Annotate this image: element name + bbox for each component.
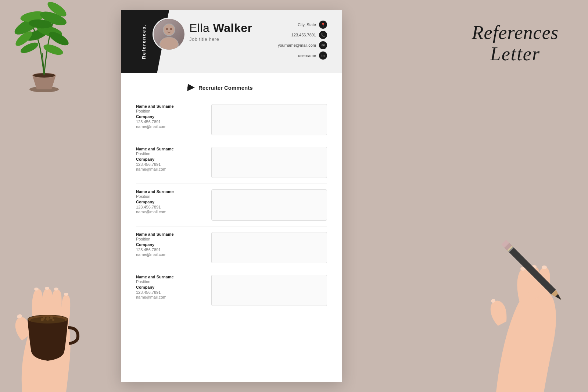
first-name: Ella (189, 21, 209, 35)
ref-info-5: Name and Surname Position Company 123.45… (136, 275, 204, 306)
svg-point-12 (42, 42, 64, 57)
recruiter-section-header: Recruiter Comments (187, 84, 327, 91)
phone-text: 123.456.7891 (291, 33, 316, 37)
header-section-label: References. (141, 24, 147, 59)
ref-email-1: name@mail.com (136, 124, 204, 129)
ref-info-1: Name and Surname Position Company 123.45… (136, 104, 204, 135)
ref-email-5: name@mail.com (136, 295, 204, 299)
references-list: Name and Surname Position Company 123.45… (136, 99, 327, 311)
svg-point-23 (34, 288, 39, 291)
full-name: Ella Walker (189, 21, 252, 35)
ref-position-1: Position (136, 109, 204, 113)
reference-entry-5: Name and Surname Position Company 123.45… (136, 269, 327, 311)
ref-comment-box-5[interactable] (211, 275, 327, 306)
ref-comment-box-3[interactable] (211, 189, 327, 221)
svg-point-41 (160, 37, 178, 51)
ref-info-2: Name and Surname Position Company 123.45… (136, 147, 204, 178)
resume-document: References. Ella Walker (121, 10, 342, 382)
svg-point-20 (43, 317, 45, 319)
ref-name-2: Name and Surname (136, 147, 204, 151)
ref-position-3: Position (136, 194, 204, 199)
ref-position-4: Position (136, 237, 204, 241)
username-text: username (298, 53, 316, 58)
phone-icon: 📞 (319, 31, 327, 39)
ref-company-5: Company (136, 285, 204, 289)
contact-email: yourname@mail.com ✉ (278, 41, 327, 49)
ref-name-3: Name and Surname (136, 189, 204, 194)
plant-decoration (0, 0, 99, 101)
ref-position-2: Position (136, 152, 204, 156)
svg-point-29 (542, 266, 547, 269)
svg-point-26 (64, 293, 68, 296)
last-name: Walker (213, 21, 252, 35)
ref-company-2: Company (136, 157, 204, 161)
recruiter-icon (187, 84, 195, 91)
ref-phone-4: 123.456.7891 (136, 247, 204, 252)
recruiter-title: Recruiter Comments (198, 85, 253, 91)
ref-company-4: Company (136, 242, 204, 247)
city-text: City, State (298, 22, 316, 27)
ref-comment-box-2[interactable] (211, 147, 327, 178)
document-body: Recruiter Comments Name and Surname Posi… (121, 73, 342, 322)
svg-point-19 (52, 319, 54, 321)
ref-name-4: Name and Surname (136, 232, 204, 236)
ref-company-1: Company (136, 114, 204, 119)
svg-point-40 (164, 24, 175, 35)
ref-comment-box-4[interactable] (211, 232, 327, 263)
ref-phone-1: 123.456.7891 (136, 120, 204, 124)
reference-entry-3: Name and Surname Position Company 123.45… (136, 184, 327, 227)
ref-phone-3: 123.456.7891 (136, 205, 204, 209)
email-text: yourname@mail.com (278, 43, 316, 47)
reference-entry-1: Name and Surname Position Company 123.45… (136, 99, 327, 141)
ref-name-1: Name and Surname (136, 104, 204, 108)
svg-point-17 (41, 318, 44, 321)
location-icon: 📍 (319, 21, 327, 29)
profile-photo (153, 18, 186, 51)
svg-point-18 (46, 317, 50, 321)
name-area: Ella Walker Job title here (189, 21, 252, 42)
hand-with-coffee (0, 227, 110, 392)
ref-company-3: Company (136, 200, 204, 204)
ref-phone-5: 123.456.7891 (136, 290, 204, 295)
contact-linkedin: username in (278, 51, 327, 60)
ref-comment-box-1[interactable] (211, 104, 327, 135)
job-title: Job title here (189, 36, 252, 42)
ref-position-5: Position (136, 279, 204, 284)
ref-name-5: Name and Surname (136, 275, 204, 279)
page-title-area: References Letter (472, 22, 559, 65)
ref-email-2: name@mail.com (136, 167, 204, 171)
reference-entry-2: Name and Surname Position Company 123.45… (136, 141, 327, 184)
ref-email-3: name@mail.com (136, 210, 204, 214)
linkedin-icon: in (319, 51, 327, 60)
svg-point-25 (54, 288, 58, 291)
title-references: References (472, 22, 559, 43)
reference-entry-4: Name and Surname Position Company 123.45… (136, 227, 327, 269)
svg-point-43 (170, 28, 172, 30)
ref-info-3: Name and Surname Position Company 123.45… (136, 189, 204, 221)
ref-email-4: name@mail.com (136, 252, 204, 257)
svg-point-42 (166, 28, 168, 30)
contact-city: City, State 📍 (278, 21, 327, 29)
email-icon: ✉ (319, 41, 327, 49)
contact-phone: 123.456.7891 📞 (278, 31, 327, 39)
hand-with-pencil (423, 153, 588, 392)
contact-info: City, State 📍 123.456.7891 📞 yourname@ma… (278, 21, 327, 62)
ref-phone-2: 123.456.7891 (136, 162, 204, 167)
ref-info-4: Name and Surname Position Company 123.45… (136, 232, 204, 263)
svg-point-21 (50, 316, 53, 319)
svg-point-24 (45, 287, 49, 290)
document-header: References. Ella Walker (121, 10, 342, 73)
title-letter: Letter (472, 43, 559, 65)
